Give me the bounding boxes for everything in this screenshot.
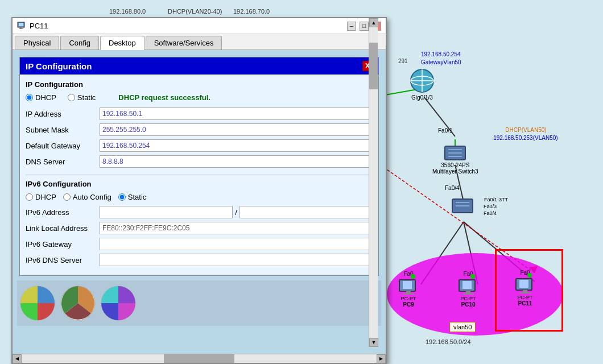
dhcp-radio-group: DHCP <box>26 93 56 102</box>
default-gateway-row: Default Gateway <box>26 139 373 152</box>
tab-software[interactable]: Software/Services <box>146 36 222 49</box>
maximize-button[interactable]: □ <box>360 22 369 31</box>
svg-rect-33 <box>19 23 23 26</box>
ip-config-section-label: IP Configuration <box>26 80 373 89</box>
tab-desktop[interactable]: Desktop <box>100 36 144 50</box>
subnet-mask-row: Subnet Mask <box>26 123 373 136</box>
ip-address-label: IP Address <box>26 110 100 118</box>
static-radio[interactable] <box>68 94 75 101</box>
scroll-down-btn[interactable]: ▼ <box>369 338 378 347</box>
link-local-input[interactable] <box>100 222 373 234</box>
svg-rect-22 <box>406 291 411 293</box>
dns-server-input[interactable] <box>100 155 373 168</box>
ipv6-prefix-input[interactable] <box>239 206 373 218</box>
ipv6-static-label: Static <box>128 193 147 201</box>
scroll-thumb[interactable] <box>164 354 235 363</box>
thumbnail-3 <box>100 285 137 322</box>
minimize-button[interactable]: – <box>347 22 356 31</box>
ipv6-gateway-row: IPv6 Gateway <box>26 238 373 250</box>
ip-address-input[interactable] <box>100 107 373 120</box>
vertical-scrollbar[interactable]: ▲ ▼ <box>369 18 378 347</box>
subnet-label: 192.168.50.0/24 <box>426 338 471 345</box>
ipv6-address-input[interactable] <box>100 206 233 218</box>
ipv6-auto-label: Auto Config <box>73 193 111 201</box>
ipv6-auto-radio[interactable] <box>63 193 71 201</box>
scroll-left-btn[interactable]: ◀ <box>13 354 22 363</box>
window-titlebar: PC11 – □ × <box>13 18 386 34</box>
ipv6-address-label: IPv6 Address <box>26 208 100 217</box>
default-gateway-input[interactable] <box>100 139 373 152</box>
scroll-track[interactable] <box>22 354 377 363</box>
ip-config-panel: IP Configuration X IP Configuration DHCP… <box>19 57 379 276</box>
tabs-bar: Physical Config Desktop Software/Service… <box>13 34 386 50</box>
ipv6-dns-input[interactable] <box>100 254 373 266</box>
window-title: PC11 <box>30 22 48 30</box>
ip-config-title: IP Configuration <box>26 61 92 71</box>
svg-rect-34 <box>20 27 22 28</box>
ipv6-gateway-input[interactable] <box>100 238 373 250</box>
link-local-label: Link Local Address <box>26 224 100 233</box>
ipv6-gateway-label: IPv6 Gateway <box>26 240 100 249</box>
ipv6-section-label: IPv6 Configuration <box>26 180 373 188</box>
net-label-3: 192.168.70.0 <box>233 8 270 15</box>
window-app-icon <box>17 22 26 31</box>
ipv6-address-row: IPv6 Address / <box>26 206 373 218</box>
dns-server-row: DNS Server <box>26 155 373 168</box>
svg-rect-26 <box>466 291 470 293</box>
ip-config-header: IP Configuration X <box>20 57 378 75</box>
fa01-label: Fa0/1 <box>438 127 453 134</box>
ipv6-dns-row: IPv6 DNS Server <box>26 254 373 266</box>
fa04-label: Fa0/4 <box>445 185 460 191</box>
default-gateway-label: Default Gateway <box>26 142 100 150</box>
scroll-right-btn[interactable]: ▶ <box>377 354 386 363</box>
vlan-label: vlan50 <box>449 322 476 332</box>
ip-address-row: IP Address <box>26 107 373 120</box>
router-node: 291 192.168.50.254 GatewayVlan50 Gig0/1/… <box>410 68 435 101</box>
thumbnail-1 <box>19 285 56 322</box>
switch3-node: DHCP(VLAN50) 192.168.50.253(VLAN50) 3560… <box>432 145 478 175</box>
dhcp-success-msg: DHCP request successful. <box>118 93 210 102</box>
subnet-mask-input[interactable] <box>100 123 373 136</box>
svg-rect-25 <box>462 281 472 289</box>
scroll-up-btn[interactable]: ▲ <box>369 18 378 27</box>
window-content: IP Configuration X IP Configuration DHCP… <box>13 50 386 361</box>
dhcp-static-row: DHCP Static DHCP request successful. <box>26 93 373 102</box>
svg-rect-27 <box>462 293 474 295</box>
svg-rect-21 <box>403 281 412 289</box>
ipv6-dhcp-radio[interactable] <box>26 193 33 201</box>
tab-config[interactable]: Config <box>60 36 99 49</box>
pc11-window: PC11 – □ × Physical Config Desktop Softw… <box>11 17 387 364</box>
ipv6-radio-row: DHCP Auto Config Static <box>26 193 373 201</box>
horizontal-scrollbar[interactable]: ◀ ▶ <box>13 354 386 363</box>
vscroll-thumb[interactable] <box>369 43 378 89</box>
dns-server-label: DNS Server <box>26 158 100 166</box>
thumbnail-2 <box>60 285 97 322</box>
pc10-node: Fa0 PC-PT PC10 <box>458 279 478 308</box>
ipv6-dns-label: IPv6 DNS Server <box>26 256 100 264</box>
dhcp-label: DHCP <box>35 93 56 102</box>
ipv6-section: IPv6 Configuration DHCP Auto Config <box>26 175 373 266</box>
static-label: Static <box>77 93 96 102</box>
pc9-node: Fa0 PC-PT PC9 <box>398 279 419 308</box>
net-label-1: 192.168.80.0 <box>109 8 146 15</box>
ipv6-dhcp-label: DHCP <box>35 193 56 201</box>
small-switch-node: Fa0/1-3TT Fa0/3 Fa0/4 <box>451 198 474 214</box>
pc11-selection-rect <box>495 249 563 332</box>
tab-physical[interactable]: Physical <box>15 36 59 49</box>
svg-rect-23 <box>403 293 414 295</box>
ipv6-static-radio[interactable] <box>118 193 126 201</box>
svg-rect-35 <box>19 28 23 29</box>
net-label-2: DHCP(VLAN20-40) <box>168 8 222 15</box>
dhcp-radio[interactable] <box>26 94 33 101</box>
link-local-row: Link Local Address <box>26 222 373 234</box>
subnet-mask-label: Subnet Mask <box>26 126 100 134</box>
vscroll-track[interactable] <box>369 27 378 338</box>
static-radio-group: Static <box>68 93 96 102</box>
